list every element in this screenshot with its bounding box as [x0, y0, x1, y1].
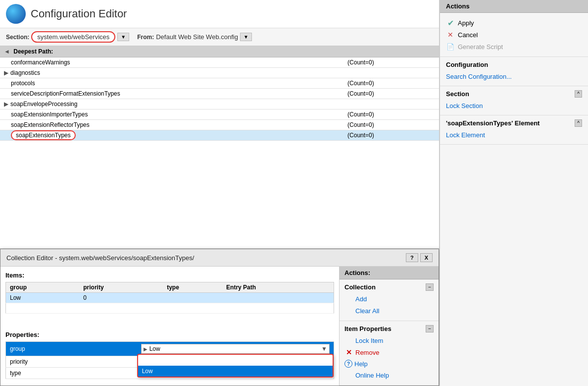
search-configuration-button[interactable]: Search Configuration... [446, 71, 582, 82]
table-row[interactable]: soapExtensionTypes(Count=0) [0, 130, 439, 141]
online-help-icon [344, 371, 353, 380]
apply-icon: ✔ [446, 18, 455, 27]
lock-item-button[interactable]: Lock Item [344, 334, 434, 346]
dropdown-arrow-icon[interactable]: ▼ [321, 345, 327, 352]
ce-collection-section: Collection − Add Clear All [340, 279, 439, 321]
online-help-button[interactable]: Online Help [344, 369, 434, 381]
clear-all-label: Clear All [355, 307, 379, 315]
table-row[interactable]: ▶diagnostics [0, 68, 439, 78]
lock-item-label: Lock Item [355, 337, 383, 344]
prop-name-type: type [6, 368, 137, 379]
items-col-type: type [163, 282, 222, 293]
config-table-header: ◄ Deepest Path: [0, 46, 439, 57]
item-group: Low [6, 293, 80, 303]
ce-actions-header: Actions: [340, 267, 439, 279]
configuration-title: Configuration [446, 61, 488, 68]
lock-section-button[interactable]: Lock Section [446, 101, 582, 111]
add-icon [344, 294, 353, 303]
config-row-name: soapExtensionTypes [0, 130, 343, 141]
config-row-name: ▶diagnostics [0, 68, 343, 78]
section-group: Section ^ Lock Section [440, 86, 588, 115]
config-row-name: soapExtensionReflectorTypes [0, 120, 343, 130]
dropdown-option-high[interactable]: High [138, 355, 333, 366]
config-row-value: (Count=0) [343, 110, 439, 120]
add-button[interactable]: Add [344, 293, 434, 305]
prop-name-group: group [6, 342, 137, 356]
clear-all-icon [344, 306, 353, 315]
section-value: system.web/webServices [31, 31, 115, 43]
generate-script-label: Generate Script [458, 43, 503, 51]
table-row[interactable]: Low 0 [6, 293, 334, 303]
properties-section: Properties: group ▶ Low [0, 326, 340, 386]
table-row[interactable]: ▶soapEnvelopeProcessing [0, 99, 439, 110]
lock-section-label: Lock Section [446, 102, 483, 110]
section-group-header: Section ^ [446, 90, 582, 98]
collection-body: Items: group priority type Entry Path [0, 267, 439, 386]
remove-label: Remove [355, 349, 379, 356]
element-title: 'soapExtensionTypes' Element [446, 119, 539, 127]
config-table: ◄ Deepest Path: conformanceWarnings(Coun… [0, 46, 439, 249]
remove-icon: ✕ [344, 348, 353, 357]
online-help-label: Online Help [355, 372, 389, 379]
clear-all-button[interactable]: Clear All [344, 305, 434, 317]
config-row-value [343, 68, 439, 78]
apply-button[interactable]: ✔ Apply [446, 17, 582, 29]
element-group: 'soapExtensionTypes' Element ^ Lock Elem… [440, 115, 588, 145]
config-row-name: serviceDescriptionFormatExtensionTypes [0, 89, 343, 99]
config-row-value [343, 99, 439, 110]
from-dropdown-btn[interactable]: ▼ [240, 33, 252, 41]
table-row[interactable]: soapExtensionReflectorTypes(Count=0) [0, 120, 439, 130]
section-title: Section [446, 90, 469, 98]
property-row-group[interactable]: group ▶ Low ▼ [6, 342, 334, 356]
generate-script-button[interactable]: 📄 Generate Script [446, 41, 582, 53]
properties-title: Properties: [5, 331, 334, 338]
table-row[interactable]: conformanceWarnings(Count=0) [0, 57, 439, 68]
help-icon: ? [344, 360, 352, 368]
properties-table: group ▶ Low ▼ [5, 341, 334, 379]
config-row-name: ▶soapEnvelopeProcessing [0, 99, 343, 110]
table-row[interactable]: soapExtensionImporterTypes(Count=0) [0, 110, 439, 120]
collection-editor: Collection Editor - system.web/webServic… [0, 249, 439, 386]
config-row-name: conformanceWarnings [0, 57, 343, 68]
item-properties-collapse-btn[interactable]: − [426, 325, 434, 332]
help-button[interactable]: ? Help [344, 358, 434, 369]
element-collapse-btn[interactable]: ^ [575, 119, 582, 127]
config-row-name: protocols [0, 78, 343, 89]
ce-right-panel: Actions: Collection − Add C [340, 267, 439, 386]
cancel-button[interactable]: ✕ Cancel [446, 29, 582, 41]
group-dropdown[interactable]: High Low [137, 354, 334, 378]
configuration-group-header: Configuration [446, 61, 582, 68]
config-row-value: (Count=0) [343, 120, 439, 130]
items-col-entrypath: Entry Path [222, 282, 334, 293]
lock-element-label: Lock Element [446, 131, 485, 139]
item-entrypath [222, 293, 334, 303]
collection-editor-close-btn[interactable]: X [420, 253, 433, 262]
generate-script-icon: 📄 [446, 42, 455, 51]
collection-editor-header: Collection Editor - system.web/webServic… [0, 249, 439, 267]
lock-element-button[interactable]: Lock Element [446, 130, 582, 140]
section-collapse-btn[interactable]: ^ [575, 90, 582, 98]
lock-item-icon [344, 336, 353, 345]
remove-button[interactable]: ✕ Remove [344, 346, 434, 358]
cancel-icon: ✕ [446, 30, 455, 39]
from-value: Default Web Site Web.config [156, 33, 238, 41]
table-row[interactable]: serviceDescriptionFormatExtensionTypes(C… [0, 89, 439, 99]
prop-value-group[interactable]: ▶ Low ▼ High Low [137, 342, 334, 356]
item-type [163, 293, 222, 303]
section-bar: Section: system.web/webServices ▼ From: … [0, 28, 439, 46]
collection-editor-help-btn[interactable]: ? [406, 253, 418, 262]
from-label: From: [137, 34, 154, 41]
header: Configuration Editor [0, 0, 439, 28]
items-col-priority: priority [79, 282, 163, 293]
section-label: Section: [6, 34, 29, 41]
prop-dropdown-value: Low [149, 345, 321, 352]
section-dropdown-btn[interactable]: ▼ [117, 33, 129, 41]
apply-label: Apply [458, 19, 474, 27]
collection-editor-title: Collection Editor - system.web/webServic… [6, 254, 194, 262]
dropdown-option-low[interactable]: Low [138, 366, 333, 377]
add-label: Add [355, 295, 367, 303]
table-row[interactable]: protocols(Count=0) [0, 78, 439, 89]
app-title: Configuration Editor [31, 7, 127, 20]
collection-collapse-btn[interactable]: − [426, 283, 434, 291]
right-panel: Actions ✔ Apply ✕ Cancel 📄 Generate Scri… [440, 0, 588, 386]
